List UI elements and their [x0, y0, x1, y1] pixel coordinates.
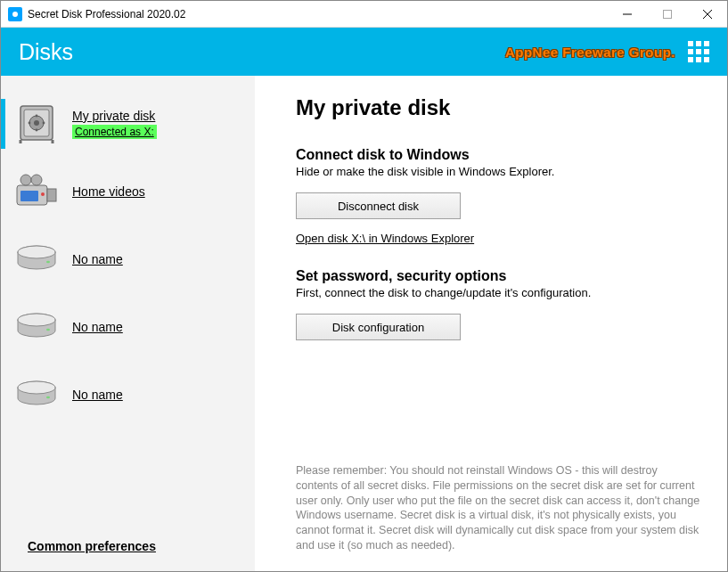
- apps-grid-icon[interactable]: [688, 41, 709, 62]
- app-icon: [8, 7, 22, 21]
- disk-item-videos[interactable]: Home videos: [1, 163, 255, 220]
- disk-label: My private disk: [72, 109, 155, 123]
- window-controls: [607, 1, 727, 27]
- main-content: My private disk Connect disk to Windows …: [255, 76, 727, 571]
- svg-point-7: [34, 120, 39, 126]
- drive-icon: [13, 373, 60, 416]
- disk-item-noname-2[interactable]: No name: [1, 298, 255, 355]
- svg-point-27: [18, 381, 55, 394]
- svg-point-25: [46, 329, 50, 331]
- disk-item-noname-3[interactable]: No name: [1, 366, 255, 423]
- svg-point-9: [36, 129, 38, 132]
- open-explorer-link[interactable]: Open disk X:\ in Windows Explorer: [296, 232, 702, 245]
- disk-label: No name: [72, 320, 123, 334]
- safe-icon: [13, 102, 60, 145]
- svg-point-8: [36, 115, 38, 118]
- svg-rect-1: [663, 10, 671, 18]
- drive-icon: [13, 306, 60, 348]
- disk-item-noname-1[interactable]: No name: [1, 231, 255, 288]
- svg-point-22: [46, 261, 50, 264]
- svg-rect-15: [20, 191, 38, 201]
- disk-item-private[interactable]: My private disk Connected as X:: [1, 95, 255, 152]
- close-button[interactable]: [687, 1, 727, 27]
- sidebar: My private disk Connected as X: Home vid…: [1, 76, 255, 571]
- svg-point-28: [46, 396, 50, 399]
- connect-desc: Hide or make the disk visible in Windows…: [296, 165, 702, 178]
- disk-status: Connected as X:: [72, 125, 157, 139]
- svg-rect-18: [47, 189, 56, 201]
- svg-point-21: [18, 246, 55, 258]
- svg-point-10: [29, 122, 31, 125]
- main-title: My private disk: [296, 95, 702, 120]
- connect-heading: Connect disk to Windows: [296, 147, 702, 163]
- disk-label: No name: [72, 252, 123, 266]
- disk-config-button[interactable]: Disk configuration: [296, 314, 461, 340]
- security-desc: First, connect the disk to change/update…: [296, 286, 702, 299]
- drive-icon: [13, 238, 60, 281]
- minimize-button[interactable]: [607, 1, 647, 27]
- svg-point-11: [43, 122, 45, 125]
- titlebar: Secret Disk Professional 2020.02: [1, 1, 727, 28]
- camcorder-icon: [13, 170, 60, 213]
- maximize-button[interactable]: [647, 1, 687, 27]
- header: Disks AppNee Freeware Group.: [1, 28, 727, 76]
- svg-point-16: [20, 175, 31, 185]
- disk-label: Home videos: [72, 184, 145, 199]
- svg-point-19: [41, 192, 45, 196]
- brand-label: AppNee Freeware Group.: [505, 45, 675, 60]
- security-heading: Set password, security options: [296, 268, 702, 284]
- svg-point-24: [18, 314, 55, 326]
- svg-point-17: [31, 175, 42, 185]
- disconnect-button[interactable]: Disconnect disk: [296, 192, 461, 219]
- footer-note: Please remember: You should not reinstal…: [296, 463, 702, 562]
- common-preferences-link[interactable]: Common preferences: [28, 539, 156, 553]
- window-title: Secret Disk Professional 2020.02: [28, 8, 607, 20]
- disk-label: No name: [72, 388, 123, 402]
- page-title: Disks: [19, 39, 505, 65]
